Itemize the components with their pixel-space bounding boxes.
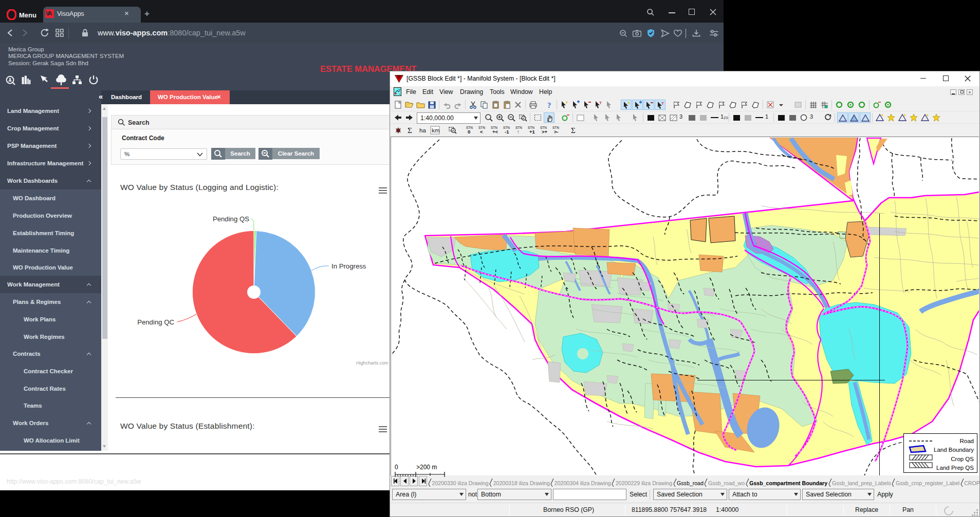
svg-text:↑: ↑ [517,129,520,135]
svg-text:T: T [661,101,664,106]
svg-text:km: km [432,127,439,133]
svg-text:>-: >- [554,129,559,135]
svg-text:Highcharts.com: Highcharts.com [356,360,389,366]
svg-text:Σ: Σ [571,126,576,135]
svg-text:>+: >+ [542,129,548,135]
svg-text:?: ? [547,101,551,109]
svg-text:0: 0 [468,129,470,135]
svg-text:Pending QS: Pending QS [213,215,249,223]
svg-text:T: T [599,101,602,105]
svg-text:Pending QC: Pending QC [137,318,174,326]
svg-text:ha: ha [419,127,426,133]
svg-text:Σ: Σ [408,126,412,135]
svg-text:+1: +1 [529,129,535,135]
svg-text:+<: +< [492,129,498,135]
svg-text:<: < [480,129,483,135]
svg-text:-1: -1 [505,129,509,135]
svg-text:In Progress: In Progress [331,262,366,270]
